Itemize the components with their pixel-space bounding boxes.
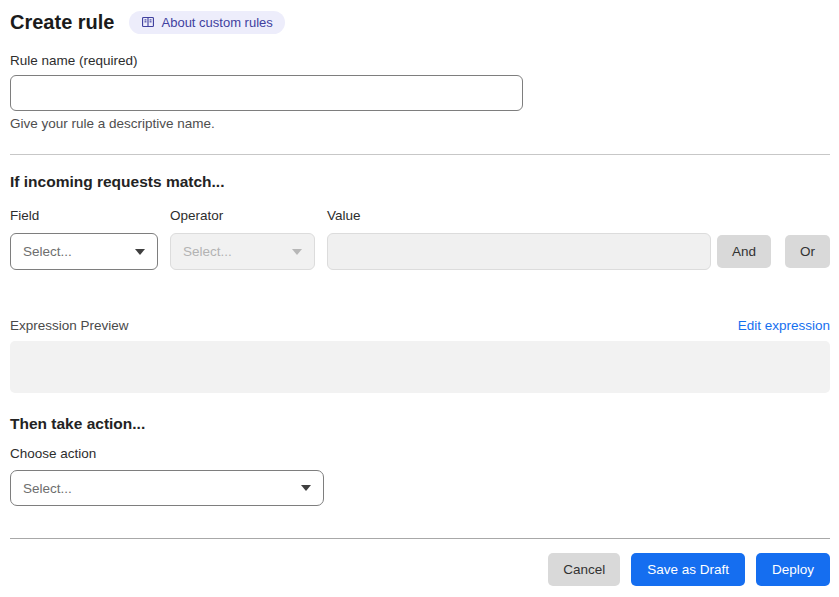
deploy-button[interactable]: Deploy [756, 553, 830, 586]
section-divider [10, 154, 830, 155]
field-select[interactable]: Select... [10, 233, 158, 270]
save-as-draft-button[interactable]: Save as Draft [631, 553, 745, 586]
action-section-heading: Then take action... [10, 414, 830, 433]
or-button[interactable]: Or [785, 235, 830, 268]
operator-select[interactable]: Select... [170, 233, 315, 270]
and-button[interactable]: And [717, 235, 771, 268]
expression-preview-label: Expression Preview [10, 318, 129, 333]
field-label: Field [10, 208, 158, 224]
footer-divider [10, 538, 830, 539]
condition-row: Field Select... Operator Select... Value [10, 208, 830, 270]
about-badge-label: About custom rules [162, 15, 273, 30]
rule-name-input[interactable] [10, 75, 523, 111]
value-input[interactable] [327, 233, 711, 270]
rule-name-label: Rule name (required) [10, 53, 830, 69]
footer-buttons: Cancel Save as Draft Deploy [10, 553, 830, 586]
value-group: Value [327, 208, 711, 270]
and-or-buttons: And Or [717, 235, 830, 268]
expression-preview-box [10, 341, 830, 393]
create-rule-page: Create rule About custom rules Rule name… [0, 0, 839, 586]
operator-select-value: Select... [183, 244, 232, 259]
match-section-heading: If incoming requests match... [10, 172, 830, 191]
caret-down-icon [301, 485, 311, 491]
page-title: Create rule [10, 10, 115, 34]
choose-action-select[interactable]: Select... [10, 470, 324, 506]
choose-action-select-value: Select... [23, 481, 72, 496]
choose-action-label: Choose action [10, 446, 830, 462]
expression-preview-header: Expression Preview Edit expression [10, 318, 830, 333]
caret-down-icon [292, 249, 302, 255]
book-icon [141, 15, 155, 29]
operator-group: Operator Select... [170, 208, 315, 270]
page-header: Create rule About custom rules [10, 10, 830, 34]
operator-label: Operator [170, 208, 315, 224]
value-label: Value [327, 208, 711, 224]
about-custom-rules-badge[interactable]: About custom rules [129, 11, 285, 34]
rule-name-helper: Give your rule a descriptive name. [10, 116, 830, 132]
cancel-button[interactable]: Cancel [548, 553, 620, 586]
field-group: Field Select... [10, 208, 158, 270]
field-select-value: Select... [23, 244, 72, 259]
edit-expression-link[interactable]: Edit expression [738, 318, 830, 333]
caret-down-icon [135, 249, 145, 255]
